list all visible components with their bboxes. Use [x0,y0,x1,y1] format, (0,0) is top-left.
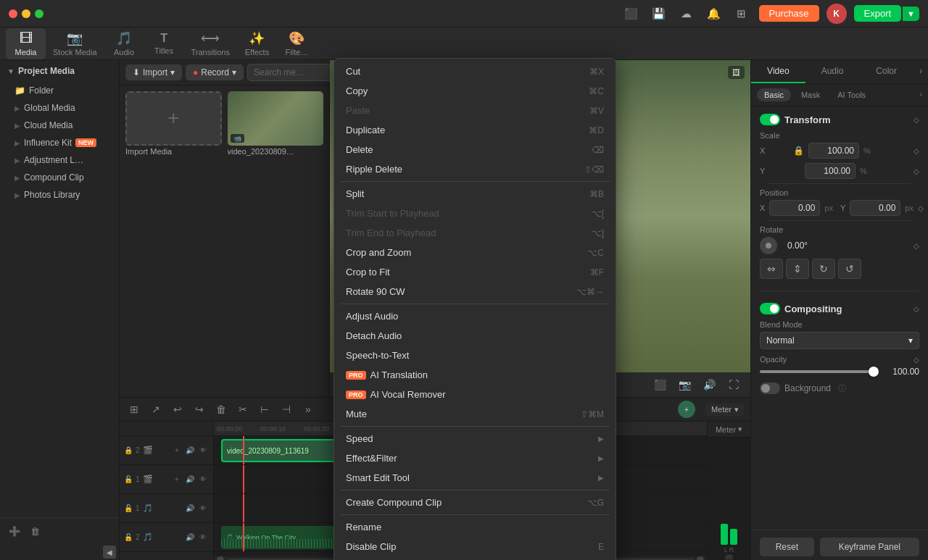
timeline-more-icon[interactable]: » [299,401,317,418]
minimize-button[interactable] [22,9,30,18]
nav-item-titles[interactable]: T Titles [144,29,184,58]
sidebar-item-cloud-media[interactable]: ▶ Cloud Media [0,117,119,134]
ctx-export-selected[interactable]: Export Selected Clips [334,556,616,560]
track-add-icon-video2[interactable]: + [171,445,183,456]
flip-vertical-button[interactable]: ⇕ [786,259,809,279]
scroll-left-button[interactable] [217,556,224,560]
timeline-split-icon[interactable]: ⊢ [256,401,273,418]
timeline-trim-icon[interactable]: ⊣ [278,401,295,418]
preview-monitor-icon[interactable]: ⬛ [650,375,669,394]
ctx-delete[interactable]: Delete ⌫ [334,140,616,159]
sidebar-item-compound-clip[interactable]: ▶ Compound Clip [0,169,119,186]
sidebar-header-project-media[interactable]: ▼ Project Media [0,60,119,82]
export-dropdown[interactable]: ▼ [903,7,919,21]
ctx-rotate[interactable]: Rotate 90 CW ⌥⌘→ [334,282,616,301]
opacity-diamond-icon[interactable]: ◇ [914,356,919,364]
track-sound-icon-audio1[interactable]: 🔊 [184,503,196,514]
ctx-ai-translation[interactable]: PRO AI Translation [334,365,616,385]
sidebar-item-adjustment[interactable]: ▶ Adjustment L… [0,151,119,169]
ctx-split[interactable]: Split ⌘B [334,184,616,204]
purchase-button[interactable]: Purchase [759,5,819,22]
add-folder-button[interactable]: ➕ [6,522,23,540]
ctx-rename[interactable]: Rename [334,517,616,537]
timeline-add-track-icon[interactable]: ⊞ [125,401,143,418]
nav-item-media[interactable]: 🎞 Media [6,28,46,59]
flip-cw-button[interactable]: ↻ [812,259,835,279]
sidebar-item-folder[interactable]: 📁 Folder [0,82,119,99]
ctx-disable[interactable]: Disable Clip E [334,537,616,556]
track-sound-icon-video1[interactable]: 🔊 [184,474,196,485]
import-media-item[interactable]: + Import Media [125,91,222,391]
position-y-input[interactable] [850,200,900,216]
scale-y-input[interactable] [805,163,856,179]
timeline-add-button[interactable]: + [678,401,695,418]
video-media-item[interactable]: 📹 video_20230809… [228,91,324,391]
track-lock-icon[interactable]: 🔒 [124,446,133,454]
delete-item-button[interactable]: 🗑 [26,522,44,540]
sidebar-item-influence-kit[interactable]: ▶ Influence Kit NEW [0,134,119,151]
position-x-input[interactable] [769,200,820,216]
subtab-mask[interactable]: Mask [794,88,827,101]
track-eye-icon-video2[interactable]: 👁 [197,445,209,456]
scale-x-input[interactable] [808,143,859,159]
transform-toggle[interactable] [760,114,780,125]
ctx-smart-edit[interactable]: Smart Edit Tool ▶ [334,468,616,488]
scale-x-diamond[interactable]: ◇ [914,147,919,155]
subtab-ai-tools[interactable]: AI Tools [830,88,873,101]
ctx-speech-to-text[interactable]: Speech-to-Text [334,346,616,365]
reset-button[interactable]: Reset [760,538,814,556]
subtab-basic[interactable]: Basic [757,88,791,101]
ctx-compound[interactable]: Create Compound Clip ⌥G [334,493,616,512]
compositing-diamond-icon[interactable]: ◇ [914,305,919,313]
meter-toggle[interactable]: Meter ▾ [705,404,745,416]
lock-icon[interactable]: 🔒 [793,146,804,156]
grid-icon[interactable]: ⊞ [732,4,752,24]
track-eye-icon-audio1[interactable]: 👁 [197,503,209,514]
rotate-circle[interactable] [760,237,777,254]
compositing-toggle[interactable] [760,303,780,314]
monitor-icon[interactable]: ⬛ [621,4,642,24]
search-input[interactable] [247,64,334,81]
sidebar-item-photos-library[interactable]: ▶ Photos Library [0,186,119,204]
position-diamond[interactable]: ◇ [918,204,924,212]
nav-item-effects[interactable]: ✨ Effects [237,28,277,59]
background-toggle[interactable] [760,383,780,394]
sidebar-item-global-media[interactable]: ▶ Global Media [0,99,119,117]
bell-icon[interactable]: 🔔 [704,4,724,24]
ctx-detach-audio[interactable]: Detach Audio [334,326,616,346]
ctx-ai-vocal[interactable]: PRO AI Vocal Remover [334,385,616,404]
export-button[interactable]: Export [854,5,902,22]
opacity-thumb[interactable] [869,367,879,377]
rotate-diamond[interactable]: ◇ [914,242,919,250]
ctx-speed[interactable]: Speed ▶ [334,429,616,448]
scale-y-diamond[interactable]: ◇ [914,167,919,175]
meter-header[interactable]: Meter ▾ [708,422,750,438]
background-info-icon[interactable]: ⓘ [838,383,846,394]
subtab-more-button[interactable]: › [919,88,922,101]
track-lock-icon-v1[interactable]: 🔓 [124,475,133,483]
ctx-effect-filter[interactable]: Effect&Filter ▶ [334,448,616,468]
track-eye-icon-audio2[interactable]: 👁 [197,532,209,543]
timeline-cut-icon[interactable]: ✂ [234,401,252,418]
record-button[interactable]: ● Record ▾ [186,64,244,80]
ctx-crop-fit[interactable]: Crop to Fit ⌘F [334,262,616,282]
sidebar-collapse-button[interactable]: ◀ [103,546,116,559]
close-button[interactable] [9,9,17,18]
preview-volume-icon[interactable]: 🔊 [700,375,718,394]
timeline-undo-icon[interactable]: ↩ [169,401,186,418]
track-sound-icon-audio2[interactable]: 🔊 [184,532,196,543]
save-icon[interactable]: 💾 [649,4,669,24]
timeline-cursor-icon[interactable]: ↗ [147,401,165,418]
tab-color[interactable]: Color [859,60,914,83]
nav-item-filters[interactable]: 🎨 Filte… [277,28,317,59]
nav-item-audio[interactable]: 🎵 Audio [104,28,144,59]
ctx-mute[interactable]: Mute ⇧⌘M [334,404,616,424]
opacity-slider[interactable] [760,370,877,373]
preview-camera-icon[interactable]: 📷 [675,375,694,394]
ctx-cut[interactable]: Cut ⌘X [334,62,616,81]
track-lock-icon-a2[interactable]: 🔓 [124,533,133,541]
tab-video[interactable]: Video [751,60,805,83]
timeline-redo-icon[interactable]: ↪ [191,401,208,418]
maximize-button[interactable] [35,9,44,18]
track-sound-icon-video2[interactable]: 🔊 [184,445,196,456]
